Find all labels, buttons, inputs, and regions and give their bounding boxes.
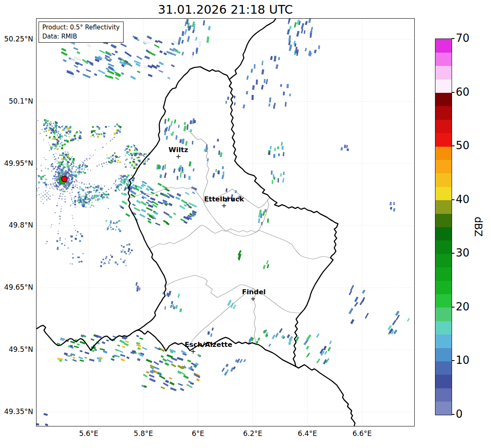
- clutter-dot: [75, 179, 76, 181]
- clutter-dot: [77, 187, 78, 188]
- echo-speckle: [131, 153, 133, 155]
- clutter-dot: [60, 170, 61, 171]
- echo-speckle: [119, 131, 121, 132]
- echo-speckle: [111, 160, 112, 161]
- echo-streak: [158, 201, 163, 204]
- echo-speckle: [95, 191, 96, 193]
- clutter-dot: [56, 158, 57, 160]
- echo-streak: [306, 353, 310, 358]
- echo-streak: [180, 388, 185, 391]
- echo-speckle: [83, 200, 85, 202]
- clutter-dot: [58, 231, 59, 232]
- echo-streak: [98, 70, 105, 75]
- clutter-dot: [97, 165, 98, 167]
- echo-streak: [270, 56, 272, 60]
- echo-streak: [287, 334, 290, 338]
- clutter-dot: [65, 164, 66, 165]
- echo-streak: [187, 359, 191, 362]
- echo-speckle: [74, 203, 76, 205]
- colorbar-segment: [435, 66, 452, 80]
- echo-streak: [180, 218, 185, 222]
- echo-streak: [155, 194, 158, 197]
- echo-streak: [316, 333, 320, 338]
- echo-streak: [289, 26, 292, 30]
- echo-speckle: [110, 227, 112, 228]
- echo-streak: [179, 308, 182, 312]
- echo-streak: [251, 95, 253, 100]
- echo-speckle: [64, 143, 66, 145]
- echo-streak: [170, 121, 173, 126]
- clutter-dot: [79, 189, 80, 189]
- echo-speckle: [54, 144, 56, 145]
- colorbar-segment: [435, 173, 452, 187]
- echo-speckle: [80, 132, 81, 133]
- echo-speckle: [84, 172, 86, 174]
- clutter-dot: [61, 172, 62, 173]
- echo-streak: [103, 350, 107, 354]
- clutter-dot: [102, 166, 103, 167]
- clutter-dot: [62, 199, 63, 199]
- echo-streak: [171, 133, 173, 136]
- echo-speckle: [112, 228, 114, 230]
- echo-streak: [282, 146, 284, 150]
- echo-speckle: [44, 131, 45, 132]
- echo-streak: [218, 150, 220, 155]
- colorbar-segment: [435, 388, 452, 402]
- echo-speckle: [116, 222, 118, 223]
- clutter-dot: [53, 188, 53, 189]
- echo-speckle: [110, 222, 112, 223]
- echo-streak: [234, 102, 236, 106]
- echo-speckle: [60, 143, 61, 144]
- clutter-dot: [45, 182, 46, 183]
- gridlines: [36, 19, 414, 426]
- echo-speckle: [126, 146, 127, 147]
- y-axis-tick-label: 49.65°N: [0, 283, 33, 291]
- colorbar-segment: [435, 213, 452, 227]
- echo-speckle: [68, 247, 68, 248]
- echo-speckle: [124, 189, 125, 191]
- echo-streak: [213, 145, 215, 148]
- echo-speckle: [79, 240, 81, 242]
- clutter-dot: [101, 187, 102, 188]
- echo-speckle: [71, 240, 72, 241]
- echo-streak: [158, 61, 164, 65]
- echo-speckle: [73, 165, 74, 167]
- clutter-dot: [99, 165, 100, 165]
- colorbar-axis-label: dBZ: [472, 217, 484, 237]
- echo-streak: [65, 359, 68, 361]
- echo-streak: [256, 80, 258, 85]
- echo-streak: [267, 218, 269, 223]
- clutter-dot: [63, 189, 64, 189]
- clutter-dot: [71, 189, 73, 191]
- echo-speckle: [75, 133, 76, 134]
- clutter-dot: [53, 175, 55, 177]
- clutter-dot: [46, 241, 48, 242]
- clutter-dot: [111, 187, 112, 189]
- echo-streak: [192, 141, 194, 145]
- echo-streak: [136, 335, 139, 337]
- clutter-dot: [103, 162, 105, 164]
- echo-speckle: [79, 167, 81, 168]
- echo-speckle: [133, 184, 134, 186]
- echo-speckle: [119, 161, 121, 163]
- echo-speckle: [54, 126, 55, 126]
- echo-streak: [184, 174, 186, 178]
- echo-speckle: [63, 155, 63, 156]
- clutter-dot: [61, 189, 62, 191]
- clutter-dot: [84, 160, 85, 161]
- clutter-dot: [77, 201, 78, 202]
- echo-speckle: [60, 162, 61, 163]
- echo-speckle: [58, 162, 60, 164]
- echo-speckle: [74, 135, 76, 137]
- clutter-dot: [66, 171, 67, 172]
- echo-speckle: [111, 256, 113, 258]
- echo-streak: [268, 103, 270, 107]
- echo-streak: [171, 301, 173, 304]
- echo-streak: [243, 104, 246, 109]
- echo-streak: [175, 305, 178, 309]
- echo-streak: [164, 164, 166, 169]
- clutter-dot: [40, 133, 41, 134]
- echo-speckle: [72, 160, 74, 162]
- clutter-dot: [45, 175, 46, 176]
- echo-speckle: [127, 148, 128, 149]
